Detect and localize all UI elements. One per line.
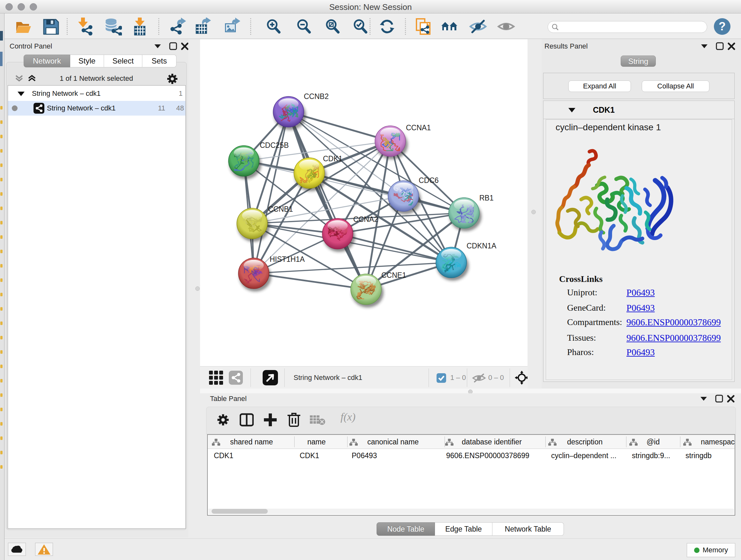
svg-text:CDC25B: CDC25B bbox=[260, 141, 289, 149]
svg-text:CCNA1: CCNA1 bbox=[406, 124, 431, 132]
svg-text:CDKN1A: CDKN1A bbox=[467, 242, 496, 250]
svg-text:CCNA2: CCNA2 bbox=[353, 215, 378, 224]
svg-text:CCNE1: CCNE1 bbox=[381, 271, 406, 279]
svg-text:CCNB1: CCNB1 bbox=[268, 205, 293, 213]
svg-text:CDC6: CDC6 bbox=[419, 176, 439, 185]
svg-text:HIST1H1A: HIST1H1A bbox=[270, 255, 305, 263]
svg-text:CCNB2: CCNB2 bbox=[304, 92, 329, 101]
svg-text:RB1: RB1 bbox=[479, 194, 494, 202]
svg-text:CDK1: CDK1 bbox=[323, 154, 342, 163]
